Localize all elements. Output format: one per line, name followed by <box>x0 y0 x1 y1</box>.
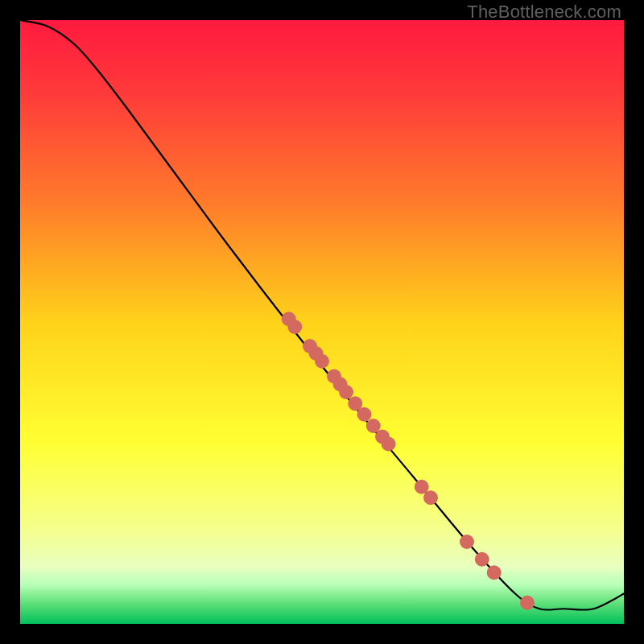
marker-dot <box>315 354 329 369</box>
marker-dot <box>287 320 302 334</box>
marker-dot <box>475 552 489 567</box>
chart-frame: TheBottleneck.com <box>0 0 644 644</box>
marker-dot <box>339 385 353 399</box>
marker-dot <box>520 596 535 610</box>
gradient-background <box>20 20 624 624</box>
marker-dot <box>423 490 438 505</box>
marker-dot <box>460 535 474 549</box>
marker-dot <box>487 565 502 580</box>
chart-plot <box>20 20 624 624</box>
marker-dot <box>382 437 396 452</box>
marker-dot <box>357 407 372 422</box>
